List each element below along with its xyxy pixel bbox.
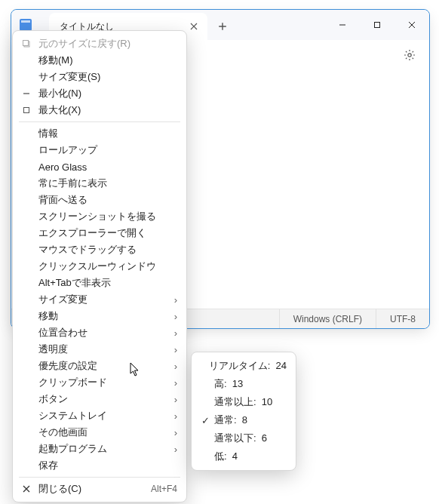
priority-submenu: リアルタイム: 24 高: 13 通常以上: 10 ✓ 通常: 8 通常以下: … — [191, 352, 296, 471]
menu-separator — [19, 477, 180, 478]
menu-mouse-drag[interactable]: マウスでドラッグする — [13, 241, 186, 258]
status-encoding[interactable]: UTF-8 — [376, 309, 429, 328]
menu-startup-submenu[interactable]: 起動プログラム› — [13, 441, 186, 457]
menu-move-submenu[interactable]: 移動› — [13, 308, 186, 324]
system-context-menu: 元のサイズに戻す(R) 移動(M) サイズ変更(S) 最小化(N) 最大化(X)… — [12, 30, 187, 502]
menu-rollup[interactable]: ロールアップ — [13, 142, 186, 158]
menu-accelerator: Alt+F4 — [151, 484, 177, 494]
menu-aero-glass[interactable]: Aero Glass — [13, 158, 186, 175]
priority-below-normal[interactable]: 通常以下: 6 — [192, 429, 296, 447]
menu-maximize[interactable]: 最大化(X) — [13, 102, 186, 118]
window-close-button[interactable] — [394, 10, 429, 40]
chevron-right-icon: › — [170, 327, 177, 339]
menu-move[interactable]: 移動(M) — [13, 52, 186, 69]
menu-always-on-top[interactable]: 常に手前に表示 — [13, 175, 186, 192]
chevron-right-icon: › — [170, 444, 177, 455]
menu-screenshot[interactable]: スクリーンショットを撮る — [13, 208, 186, 225]
svg-point-1 — [408, 54, 411, 57]
maximize-icon — [19, 106, 34, 114]
chevron-right-icon: › — [170, 344, 177, 355]
menu-alttab-hide[interactable]: Alt+Tabで非表示 — [13, 275, 186, 291]
priority-normal[interactable]: ✓ 通常: 8 — [192, 411, 296, 429]
chevron-right-icon: › — [170, 311, 177, 322]
chevron-right-icon: › — [170, 377, 177, 389]
new-tab-button[interactable] — [207, 13, 238, 40]
menu-open-explorer[interactable]: エクスプローラーで開く — [13, 225, 186, 241]
check-icon: ✓ — [198, 415, 213, 426]
menu-minimize[interactable]: 最小化(N) — [13, 85, 186, 102]
svg-rect-4 — [24, 108, 29, 113]
menu-priority-submenu[interactable]: 優先度の設定› — [13, 358, 186, 374]
menu-align-submenu[interactable]: 位置合わせ› — [13, 324, 186, 341]
chevron-right-icon: › — [170, 410, 177, 422]
window-minimize-button[interactable] — [325, 10, 360, 40]
window-maximize-button[interactable] — [360, 10, 394, 40]
chevron-right-icon: › — [170, 394, 177, 405]
close-icon — [19, 485, 34, 493]
priority-realtime[interactable]: リアルタイム: 24 — [192, 357, 296, 375]
menu-close[interactable]: 閉じる(C) Alt+F4 — [13, 481, 186, 497]
menu-info[interactable]: 情報 — [13, 125, 186, 142]
menu-send-to-back[interactable]: 背面へ送る — [13, 192, 186, 208]
menu-tray-submenu[interactable]: システムトレイ› — [13, 407, 186, 424]
menu-restore: 元のサイズに戻す(R) — [13, 35, 186, 52]
menu-resize-submenu[interactable]: サイズ変更› — [13, 291, 186, 308]
menu-opacity-submenu[interactable]: 透明度› — [13, 341, 186, 358]
menu-separator — [19, 121, 180, 122]
chevron-right-icon: › — [170, 427, 177, 438]
settings-button[interactable] — [399, 45, 420, 66]
priority-low[interactable]: 低: 4 — [192, 447, 296, 466]
menu-size[interactable]: サイズ変更(S) — [13, 69, 186, 85]
menu-save[interactable]: 保存 — [13, 457, 186, 474]
status-line-ending[interactable]: Windows (CRLF) — [279, 309, 376, 328]
chevron-right-icon: › — [170, 294, 177, 306]
minimize-icon — [19, 90, 34, 97]
priority-above-normal[interactable]: 通常以上: 10 — [192, 393, 296, 411]
svg-rect-0 — [375, 23, 380, 28]
tab-close-button[interactable] — [188, 20, 200, 32]
menu-label: 元のサイズに戻す(R) — [34, 37, 177, 51]
menu-other-screen-submenu[interactable]: その他画面› — [13, 424, 186, 441]
menu-button-submenu[interactable]: ボタン› — [13, 391, 186, 407]
restore-icon — [19, 39, 34, 48]
svg-rect-3 — [23, 41, 29, 46]
menu-click-through[interactable]: クリックスルーウィンドウ — [13, 258, 186, 275]
menu-clipboard-submenu[interactable]: クリップボード› — [13, 374, 186, 391]
chevron-right-icon: › — [170, 361, 177, 372]
priority-high[interactable]: 高: 13 — [192, 375, 296, 393]
